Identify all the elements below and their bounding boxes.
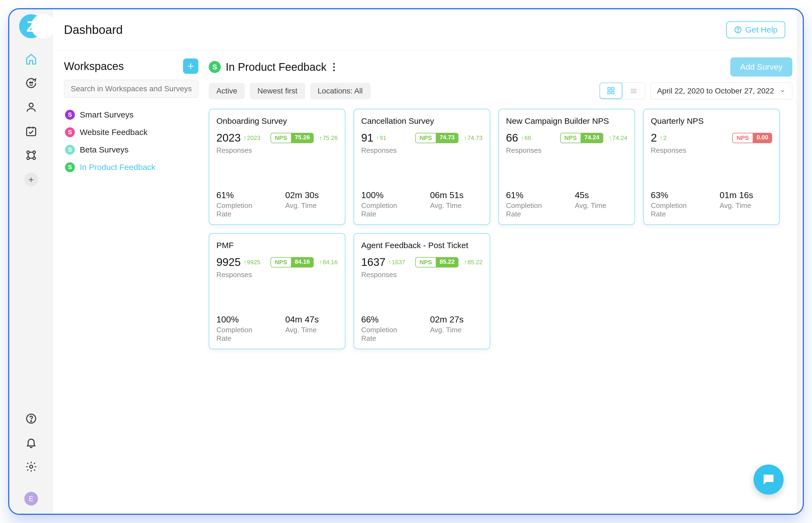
nav-add-button[interactable]: +: [24, 173, 38, 186]
grid-view-button[interactable]: [599, 83, 622, 99]
nav-notifications-icon[interactable]: [23, 435, 39, 450]
survey-card[interactable]: Quarterly NPS 2 2 NPS0.00 Responses 63% …: [643, 109, 780, 225]
responses-value: 66: [506, 132, 518, 144]
avgtime-label: Avg. Time: [430, 201, 482, 210]
completion-value: 100%: [361, 190, 414, 200]
responses-value: 9925: [216, 256, 241, 268]
workspace-label: In Product Feedback: [80, 163, 155, 172]
add-workspace-button[interactable]: +: [183, 58, 198, 74]
get-help-label: Get Help: [745, 25, 778, 34]
svg-point-2: [29, 103, 33, 107]
completion-value: 66%: [361, 314, 414, 325]
app-logo: Z: [19, 14, 43, 38]
workspace-item[interactable]: SBeta Surveys: [64, 141, 198, 159]
breadcrumb: S In Product Feedback Add Survey: [209, 57, 792, 76]
svg-rect-13: [608, 88, 610, 90]
filter-location[interactable]: Locations: All: [310, 83, 370, 99]
nps-delta: 85.22: [464, 259, 482, 266]
scrollbar-track[interactable]: [797, 11, 801, 512]
workspaces-title: Workspaces: [64, 60, 124, 72]
page-title: Dashboard: [64, 23, 123, 37]
avgtime-value: 45s: [575, 190, 627, 200]
nav-calendar-icon[interactable]: [23, 124, 39, 139]
completion-label: Completion Rate: [651, 201, 703, 218]
responses-delta: 66: [521, 134, 531, 142]
header: Dashboard Get Help: [53, 9, 795, 50]
workspace-dot: S: [65, 145, 75, 155]
nps-delta: 74.73: [464, 134, 482, 142]
survey-card[interactable]: Onboarding Survey 2023 2023 NPS75.26 75.…: [209, 109, 345, 225]
avgtime-label: Avg. Time: [430, 326, 482, 334]
responses-label: Responses: [651, 146, 772, 155]
avgtime-value: 04m 47s: [285, 314, 338, 325]
avgtime-label: Avg. Time: [575, 201, 627, 210]
completion-label: Completion Rate: [216, 326, 269, 343]
list-view-button[interactable]: [622, 83, 645, 99]
responses-value: 1637: [361, 256, 386, 268]
responses-label: Responses: [216, 146, 338, 155]
workspaces-panel: Workspaces + SSmart SurveysSWebsite Feed…: [53, 50, 206, 514]
chat-launcher[interactable]: [754, 465, 783, 494]
workspace-dot: S: [65, 110, 75, 120]
survey-title: Cancellation Survey: [361, 116, 482, 126]
avgtime-value: 02m 27s: [430, 314, 482, 325]
filter-sort[interactable]: Newest first: [250, 83, 305, 99]
chevron-down-icon: [779, 88, 786, 94]
survey-title: Quarterly NPS: [651, 116, 772, 126]
svg-point-1: [32, 82, 33, 83]
responses-value: 2023: [216, 132, 241, 144]
view-toggle: [599, 83, 645, 100]
survey-card[interactable]: PMF 9925 9925 NPS84.16 84.16 Responses 1…: [209, 233, 345, 349]
nav-help-icon[interactable]: [23, 411, 39, 426]
workspace-menu-button[interactable]: [333, 63, 335, 71]
nav-home-icon[interactable]: [23, 51, 39, 67]
survey-grid: Onboarding Survey 2023 2023 NPS75.26 75.…: [209, 109, 792, 349]
nav-settings-icon[interactable]: [23, 459, 39, 474]
user-avatar[interactable]: E: [24, 492, 38, 506]
svg-rect-15: [608, 92, 610, 94]
survey-title: Onboarding Survey: [216, 116, 338, 126]
workspace-item[interactable]: SIn Product Feedback: [64, 159, 198, 176]
responses-delta: 2023: [243, 134, 260, 142]
add-survey-button[interactable]: Add Survey: [730, 57, 792, 76]
workspace-label: Beta Surveys: [80, 145, 128, 155]
workspace-item[interactable]: SWebsite Feedback: [64, 124, 198, 141]
avgtime-value: 06m 51s: [430, 190, 482, 200]
filter-status[interactable]: Active: [209, 83, 245, 99]
svg-point-9: [31, 421, 32, 421]
survey-card[interactable]: Agent Feedback - Post Ticket 1637 1637 N…: [353, 233, 490, 349]
breadcrumb-icon: S: [209, 61, 221, 73]
responses-value: 91: [361, 132, 373, 144]
survey-title: PMF: [216, 241, 338, 250]
nav-responses-icon[interactable]: [23, 75, 39, 91]
nps-delta: 74.24: [609, 134, 627, 142]
date-range-label: April 22, 2020 to October 27, 2022: [657, 87, 774, 95]
responses-label: Responses: [361, 271, 482, 279]
nav-rail: Z + E: [9, 9, 53, 514]
svg-point-4: [27, 151, 29, 153]
survey-card[interactable]: Cancellation Survey 91 91 NPS74.73 74.73…: [353, 109, 490, 225]
completion-label: Completion Rate: [216, 201, 269, 218]
workspace-search-input[interactable]: [64, 80, 198, 98]
completion-value: 61%: [506, 190, 558, 200]
nps-badge: NPS84.16: [271, 257, 314, 268]
svg-point-7: [33, 157, 35, 159]
survey-title: Agent Feedback - Post Ticket: [361, 241, 482, 250]
workspace-item[interactable]: SSmart Surveys: [64, 106, 198, 124]
completion-value: 61%: [216, 190, 269, 200]
svg-rect-14: [611, 88, 614, 90]
nps-badge: NPS85.22: [415, 257, 459, 268]
nav-workflows-icon[interactable]: [23, 147, 39, 163]
completion-label: Completion Rate: [361, 201, 414, 218]
nav-contacts-icon[interactable]: [23, 100, 39, 115]
chat-icon: [761, 472, 776, 487]
svg-point-5: [33, 151, 35, 153]
avgtime-value: 02m 30s: [285, 190, 338, 200]
get-help-button[interactable]: Get Help: [726, 21, 785, 38]
workspace-label: Website Feedback: [80, 128, 148, 137]
completion-value: 63%: [651, 190, 703, 200]
help-icon: [734, 26, 742, 34]
survey-card[interactable]: New Campaign Builder NPS 66 66 NPS74.24 …: [498, 109, 635, 225]
completion-label: Completion Rate: [506, 201, 558, 218]
date-range-picker[interactable]: April 22, 2020 to October 27, 2022: [650, 83, 792, 100]
